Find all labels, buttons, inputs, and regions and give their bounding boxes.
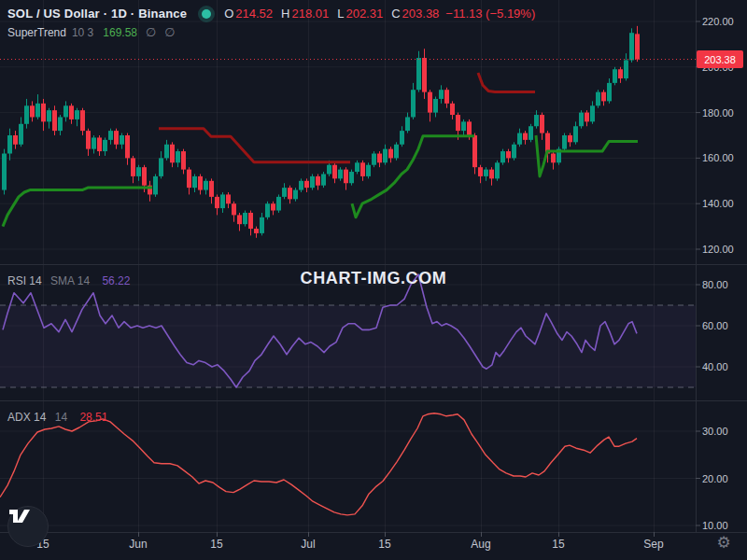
null-value-icon: ∅: [164, 25, 175, 39]
main-axis-label: 140.00: [702, 198, 734, 209]
candle-body: [383, 149, 388, 163]
candle-body: [540, 115, 544, 133]
candle-body: [2, 154, 7, 190]
candle-body: [260, 217, 264, 233]
adx-value: 28.51: [79, 411, 107, 424]
candle-body: [198, 176, 203, 190]
supertrend-line: [159, 129, 350, 162]
time-axis-label: Jul: [301, 538, 315, 551]
candle-body: [478, 167, 483, 176]
candle-body: [551, 154, 556, 163]
candle-body: [562, 135, 567, 149]
candle-body: [629, 33, 634, 60]
rsi-value: 56.22: [102, 274, 130, 287]
candle-body: [159, 158, 163, 176]
chart-window: SOL / US Dollar · 1D · Binance O214.52 H…: [0, 0, 747, 560]
candle-body: [377, 154, 382, 163]
candle-body: [52, 110, 57, 131]
main-axis-label: 160.00: [702, 152, 734, 163]
symbol-title: SOL / US Dollar · 1D · Binance: [7, 7, 187, 21]
candle-body: [596, 92, 600, 106]
candle-body: [97, 137, 102, 151]
candle-body: [114, 131, 119, 145]
adx-line: [0, 413, 637, 515]
candle-body: [472, 135, 477, 167]
candle-body: [142, 167, 147, 186]
time-axis-label: Jun: [129, 538, 147, 551]
candle-body: [316, 176, 320, 186]
candle-body: [282, 188, 287, 197]
candle-body: [529, 126, 533, 140]
candle-body: [428, 92, 432, 113]
candle-body: [120, 135, 124, 145]
adx-axis-label: 30.00: [702, 426, 728, 437]
candle-body: [484, 170, 488, 176]
candle-body: [265, 203, 270, 217]
adx-legend: ADX 14 14 28.51: [7, 411, 107, 424]
candle-body: [237, 215, 242, 224]
close-label: C: [391, 7, 400, 21]
candle-body: [523, 133, 528, 140]
candle-body: [506, 151, 511, 158]
candle-body: [585, 113, 589, 122]
time-axis-label: Sep: [643, 538, 663, 551]
rsi-sma-name: SMA 14: [50, 274, 90, 287]
candle-body: [321, 174, 326, 185]
supertrend-line: [352, 136, 474, 217]
candle-body: [226, 194, 231, 203]
candle-body: [299, 181, 303, 190]
candle-body: [153, 176, 158, 195]
market-status-dot-icon: [202, 9, 211, 19]
candle-body: [338, 170, 343, 179]
candle-body: [75, 110, 79, 119]
candle-body: [624, 60, 628, 78]
candle-body: [19, 124, 23, 145]
rsi-legend: RSI 14 SMA 14 56.22: [7, 274, 130, 287]
candle-body: [187, 170, 191, 189]
candle-body: [248, 213, 253, 229]
candle-body: [344, 170, 348, 184]
candle-body: [293, 190, 298, 200]
candle-body: [41, 104, 46, 122]
rsi-axis-label: 40.00: [702, 361, 728, 372]
candle-body: [80, 110, 85, 131]
candle-body: [63, 105, 68, 117]
candle-body: [47, 110, 51, 121]
candle-body: [590, 105, 595, 121]
time-axis-label: Aug: [471, 538, 490, 551]
candle-body: [635, 34, 640, 59]
candle-body: [181, 151, 186, 170]
gear-icon[interactable]: ⚙: [713, 532, 734, 553]
low-value: 202.31: [345, 7, 383, 21]
rsi-name: RSI 14: [7, 274, 42, 287]
time-axis-label: 15: [378, 538, 390, 551]
candle-body: [360, 162, 365, 176]
candle-body: [613, 69, 617, 83]
rsi-axis-label: 80.00: [702, 279, 728, 290]
main-axis-label: 220.00: [702, 16, 734, 27]
candle-body: [439, 90, 444, 99]
candle-body: [86, 131, 91, 149]
candle-body: [411, 90, 416, 117]
candle-body: [103, 140, 107, 151]
candle-body: [573, 126, 578, 142]
time-axis-label: 15: [210, 538, 222, 551]
candle-body: [517, 133, 522, 145]
supertrend-line: [3, 188, 152, 227]
candle-body: [131, 158, 135, 176]
candle-body: [310, 176, 315, 188]
time-axis-label: 15: [552, 538, 564, 551]
supertrend-line: [478, 73, 535, 92]
adx-param: 14: [55, 411, 67, 424]
candle-body: [7, 135, 12, 154]
candle-body: [243, 213, 247, 224]
candle-body: [512, 145, 516, 159]
candle-body: [176, 151, 180, 162]
candle-body: [69, 105, 74, 119]
main-axis-label: 120.00: [702, 244, 734, 255]
candle-body: [534, 115, 539, 126]
candle-body: [24, 105, 29, 124]
candle-body: [355, 162, 359, 172]
tradingview-logo[interactable]: [7, 506, 49, 547]
rsi-axis-label: 60.00: [702, 320, 728, 331]
